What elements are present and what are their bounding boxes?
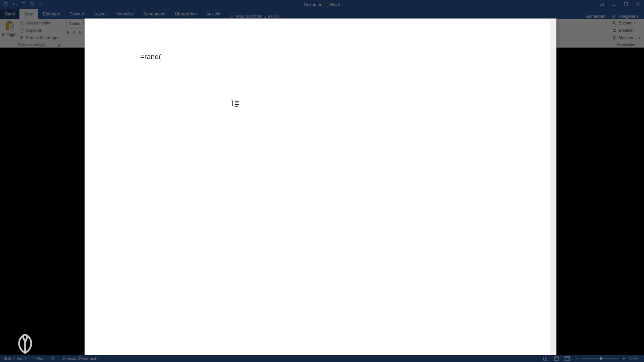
cut-button[interactable]: Ausschneiden <box>19 20 59 26</box>
svg-rect-0 <box>600 3 603 6</box>
ribbon-right: Anmelden Freigeben <box>586 14 644 19</box>
svg-rect-5 <box>8 21 11 23</box>
group-editing: Suchen ▾ Ersetzen Markieren ▾ Bearbeiten <box>609 19 644 47</box>
window-controls <box>596 0 644 9</box>
tab-ansicht[interactable]: Ansicht <box>202 9 225 19</box>
minimize-icon <box>612 2 616 6</box>
tab-einfuegen[interactable]: Einfügen <box>38 9 65 19</box>
zoom-slider[interactable] <box>582 358 619 359</box>
group-clipboard: Einfügen Ausschneiden Kopieren Format üb… <box>0 19 63 47</box>
language-label: Deutsch (Österreich) <box>61 356 99 361</box>
qat-customize-button[interactable] <box>37 1 45 8</box>
document-text[interactable]: =rand( <box>140 53 161 60</box>
ribbon-options-icon <box>600 2 604 6</box>
tab-label: Verweise <box>116 11 134 16</box>
find-button[interactable]: Suchen ▾ <box>612 20 640 26</box>
vertical-scrollbar[interactable] <box>550 19 556 355</box>
zoom-in-button[interactable]: + <box>621 356 626 361</box>
statusbar: Seite 1 von 1 1 Wort Deutsch (Österreich… <box>0 355 644 362</box>
ibeam-icon: I <box>231 99 234 109</box>
tab-label: Entwurf <box>69 11 84 16</box>
tab-datei[interactable]: Datei <box>0 9 19 19</box>
copy-button[interactable]: Kopieren <box>19 27 59 34</box>
sign-in-button[interactable]: Anmelden <box>586 14 606 19</box>
maximize-button[interactable] <box>620 0 632 9</box>
select-button[interactable]: Markieren ▾ <box>612 35 640 41</box>
svg-point-8 <box>22 24 24 25</box>
svg-point-2 <box>230 14 233 17</box>
tell-me-placeholder: Was möchten Sie tun? <box>236 14 279 19</box>
spellcheck-button[interactable] <box>51 356 55 361</box>
close-icon <box>636 2 640 6</box>
italic-button[interactable]: K <box>72 29 75 35</box>
cut-label: Ausschneiden <box>26 21 51 25</box>
paste-button[interactable]: Einfügen <box>3 20 16 41</box>
tab-start[interactable]: Start <box>19 9 38 19</box>
zoom-out-button[interactable]: − <box>574 356 579 361</box>
word-count-label: 1 Wort <box>33 356 45 361</box>
tab-layout[interactable]: Layout <box>89 9 111 19</box>
zoom-level[interactable]: 120% <box>629 356 639 361</box>
format-painter-button[interactable]: Format übertragen <box>19 35 59 41</box>
save-button[interactable] <box>2 1 10 8</box>
ribbon-tabs: Datei Start Einfügen Entwurf Layout Verw… <box>0 9 644 19</box>
book-icon <box>51 356 55 361</box>
svg-point-11 <box>612 21 615 24</box>
text-insertion-cursor: I <box>231 99 239 109</box>
document-page[interactable]: =rand( <box>85 19 556 355</box>
zoom-slider-thumb[interactable] <box>600 357 602 360</box>
read-mode-icon <box>543 356 548 361</box>
titlebar: Dokument1 - Word <box>0 0 644 9</box>
tab-verweise[interactable]: Verweise <box>111 9 139 19</box>
new-slide-button[interactable] <box>28 1 36 8</box>
chevron-down-icon <box>39 2 43 7</box>
share-label: Freigeben <box>618 14 638 19</box>
group-title-clipboard: Zwischenablage ◢ <box>3 42 59 47</box>
ribbon-display-button[interactable] <box>596 0 608 9</box>
sign-in-label: Anmelden <box>586 14 606 19</box>
window-title: Dokument1 - Word <box>304 2 340 7</box>
tab-sendungen[interactable]: Sendungen <box>139 9 170 19</box>
language-indicator[interactable]: Deutsch (Österreich) <box>61 356 99 361</box>
paste-icon <box>5 20 15 32</box>
scissors-icon <box>19 21 24 25</box>
tab-entwurf[interactable]: Entwurf <box>65 9 89 19</box>
tab-label: Einfügen <box>43 11 60 16</box>
tab-label: Überprüfen <box>175 11 197 16</box>
dialog-launcher-icon[interactable]: ◢ <box>57 43 61 47</box>
web-layout-button[interactable] <box>563 356 571 362</box>
page-indicator-label: Seite 1 von 1 <box>3 356 27 361</box>
share-button[interactable]: Freigeben <box>611 14 638 19</box>
svg-rect-12 <box>554 357 558 361</box>
tell-me-search[interactable]: Was möchten Sie tun? <box>225 14 283 19</box>
page-indicator[interactable]: Seite 1 von 1 <box>3 356 27 361</box>
select-label: Markieren <box>619 36 637 40</box>
minimize-button[interactable] <box>608 0 620 9</box>
underline-button[interactable]: U <box>79 29 82 35</box>
undo-icon <box>12 2 17 7</box>
web-layout-icon <box>565 356 570 361</box>
save-icon <box>4 2 8 7</box>
tab-ueberpruefen[interactable]: Überprüfen <box>170 9 202 19</box>
text-caret <box>162 52 162 60</box>
close-button[interactable] <box>632 0 644 9</box>
word-count[interactable]: 1 Wort <box>33 356 45 361</box>
copy-icon <box>19 28 24 33</box>
watermark-logo <box>13 331 38 356</box>
paragraph-align-icon <box>235 101 239 107</box>
bold-button[interactable]: F <box>66 29 69 35</box>
paintbrush-icon <box>19 36 24 40</box>
replace-button[interactable]: Ersetzen <box>612 27 640 34</box>
undo-button[interactable] <box>11 1 19 8</box>
find-label: Suchen <box>619 21 633 25</box>
document-icon <box>30 2 35 7</box>
read-mode-button[interactable] <box>542 356 550 362</box>
chevron-down-icon: ▾ <box>639 36 640 40</box>
print-layout-button[interactable] <box>552 356 560 362</box>
svg-point-7 <box>20 24 21 25</box>
svg-rect-1 <box>624 3 628 6</box>
quick-access-toolbar <box>0 0 45 9</box>
redo-button[interactable] <box>19 1 28 8</box>
svg-rect-6 <box>9 24 14 30</box>
share-icon <box>611 14 616 19</box>
